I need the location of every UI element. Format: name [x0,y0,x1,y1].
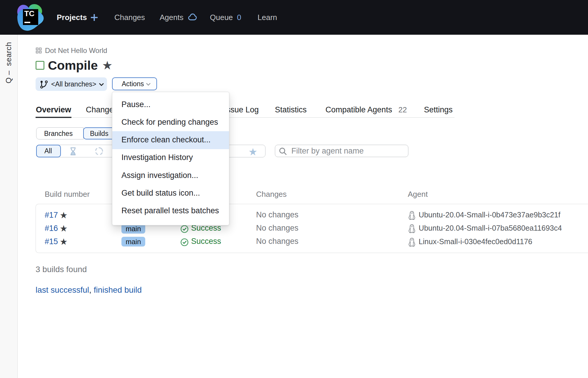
svg-text:TC: TC [24,9,35,18]
